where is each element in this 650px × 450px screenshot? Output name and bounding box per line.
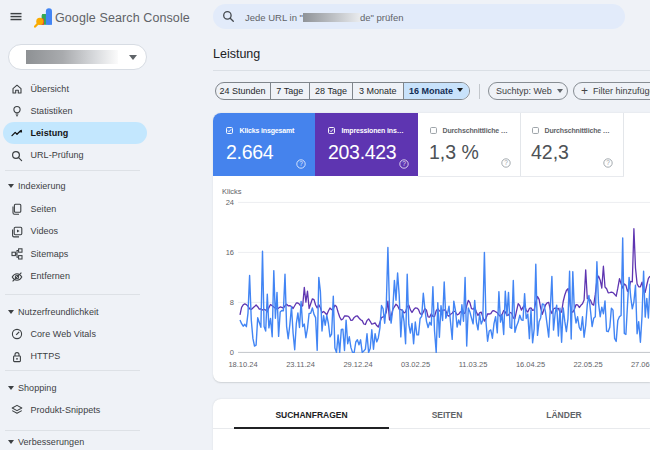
svg-text:8: 8	[230, 298, 234, 307]
svg-text:22.05.25: 22.05.25	[573, 360, 602, 369]
svg-text:?: ?	[299, 160, 303, 167]
svg-text:18.10.24: 18.10.24	[228, 360, 257, 369]
svg-text:16.04.25: 16.04.25	[516, 360, 545, 369]
svg-text:?: ?	[402, 160, 406, 167]
svg-text:11.03.25: 11.03.25	[459, 360, 488, 369]
svg-text:03.02.25: 03.02.25	[401, 360, 430, 369]
svg-text:23.11.24: 23.11.24	[286, 360, 315, 369]
svg-text:29.12.24: 29.12.24	[343, 360, 372, 369]
svg-text:0: 0	[230, 348, 234, 357]
svg-text:?: ?	[504, 159, 508, 166]
svg-text:?: ?	[606, 159, 610, 166]
svg-text:Klicks: Klicks	[222, 187, 242, 196]
svg-text:24: 24	[226, 198, 234, 207]
svg-text:16: 16	[226, 248, 234, 257]
svg-text:27.06.25: 27.06.25	[631, 360, 650, 369]
